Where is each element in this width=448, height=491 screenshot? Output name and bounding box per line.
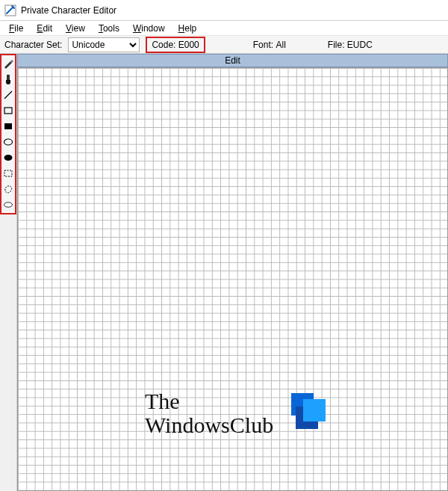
watermark-line1: The — [145, 389, 273, 413]
charset-select-wrap: Unicode — [63, 36, 144, 53]
tool-rect-outline[interactable] — [1, 104, 15, 117]
menu-edit[interactable]: Edit — [31, 22, 58, 35]
app-icon — [4, 4, 16, 16]
menu-help-rest: elp — [184, 23, 196, 34]
menu-view-rest: iew — [72, 23, 85, 34]
menu-file-rest: ile — [14, 23, 23, 34]
canvas-title: Edit — [17, 54, 448, 67]
titlebar: Private Character Editor — [0, 0, 448, 21]
svg-line-2 — [4, 91, 12, 99]
tool-brush[interactable] — [1, 72, 15, 86]
watermark: The WindowsClub — [145, 389, 326, 436]
menu-tools-rest: ools — [103, 23, 119, 34]
canvas-panel: Edit The WindowsClub — [16, 54, 448, 491]
tool-select-rect[interactable] — [1, 167, 15, 180]
svg-point-8 — [4, 203, 13, 207]
canvas-grid[interactable]: The WindowsClub — [17, 67, 448, 491]
file-value: EUDC — [347, 40, 373, 50]
charset-select[interactable]: Unicode — [68, 37, 140, 52]
svg-point-6 — [4, 155, 13, 161]
code-display: Code: E000 — [146, 37, 205, 53]
workarea: Edit The WindowsClub — [0, 54, 448, 491]
svg-rect-4 — [4, 123, 12, 129]
svg-rect-7 — [4, 170, 12, 176]
file-display: File: EUDC — [323, 36, 377, 53]
file-label: File: — [328, 40, 345, 50]
svg-rect-3 — [4, 108, 12, 114]
infobar: Character Set: Unicode Code: E000 Font: … — [0, 36, 448, 54]
tool-rect-filled[interactable] — [1, 120, 15, 133]
tool-ellipse-outline[interactable] — [1, 135, 15, 149]
font-display: Font: All — [249, 36, 290, 53]
menu-tools[interactable]: Tools — [93, 22, 125, 35]
menu-window[interactable]: Window — [127, 22, 171, 35]
code-value: E000 — [178, 40, 199, 50]
code-label: Code: — [152, 40, 175, 50]
watermark-line2: WindowsClub — [145, 413, 273, 437]
tool-ellipse-filled[interactable] — [1, 151, 15, 164]
tool-select-free[interactable] — [1, 182, 15, 196]
font-value: All — [276, 40, 285, 50]
svg-rect-1 — [7, 75, 10, 80]
window-title: Private Character Editor — [21, 5, 116, 16]
menu-file[interactable]: File — [3, 22, 29, 35]
charset-label: Character Set: — [0, 36, 63, 53]
menu-window-rest: indow — [141, 23, 164, 34]
svg-point-5 — [4, 139, 13, 145]
tool-pencil[interactable] — [1, 57, 15, 70]
tool-line[interactable] — [1, 88, 15, 102]
watermark-text: The WindowsClub — [145, 389, 273, 436]
toolbox — [0, 54, 16, 214]
menu-view[interactable]: View — [60, 22, 91, 35]
menubar: File Edit View Tools Window Help — [0, 21, 448, 36]
menu-help[interactable]: Help — [172, 22, 203, 35]
tool-eraser[interactable] — [1, 198, 15, 211]
watermark-logo-icon — [291, 393, 326, 427]
font-label: Font: — [253, 40, 273, 50]
menu-edit-rest: dit — [43, 23, 52, 34]
